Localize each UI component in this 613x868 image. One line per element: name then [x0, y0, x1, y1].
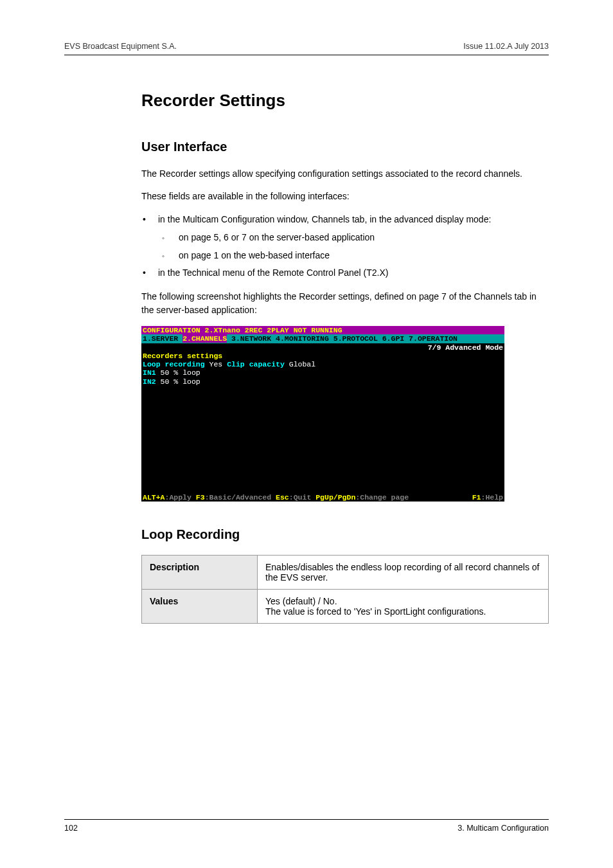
- terminal-value: 50 % loop: [156, 368, 200, 377]
- terminal-action: :Change page: [355, 493, 409, 502]
- terminal-title-bar: CONFIGURATION 2.XTnano 2REC 2PLAY NOT RU…: [141, 326, 504, 334]
- table-cell: Yes (default) / No. The value is forced …: [258, 590, 549, 624]
- terminal-tab: 3.NETWORK 4.MONITORING 5.PROTOCOL 6.GPI …: [227, 334, 458, 343]
- terminal-tab-active: 2.CHANNELS: [182, 334, 227, 343]
- terminal-key: F1: [472, 493, 481, 502]
- terminal-action: :Basic/Advanced: [205, 493, 276, 502]
- terminal-footer: ALT+A:Apply F3:Basic/Advanced Esc:Quit P…: [141, 493, 504, 502]
- terminal-body: Recorders settings Loop recording Yes Cl…: [141, 352, 504, 493]
- terminal-tabs: 1.SERVER 2.CHANNELS 3.NETWORK 4.MONITORI…: [141, 334, 504, 343]
- terminal-tab: 1.SERVER: [143, 334, 182, 343]
- table-header-cell: Values: [142, 590, 258, 624]
- terminal-mode: 7/9 Advanced Mode: [141, 343, 504, 352]
- terminal-value: Global: [285, 360, 315, 368]
- terminal-section-header: Recorders settings: [143, 352, 503, 360]
- terminal-key: ALT+A: [143, 493, 165, 502]
- terminal-key: F3: [196, 493, 205, 502]
- paragraph: These fields are available in the follow…: [141, 190, 549, 203]
- terminal-action: :Apply: [165, 493, 196, 502]
- terminal-row: IN2 50 % loop: [143, 377, 503, 386]
- terminal-value: Yes: [205, 360, 227, 368]
- terminal-label: Clip capacity: [227, 360, 285, 368]
- property-table: Description Enables/disables the endless…: [141, 555, 549, 624]
- table-cell: Enables/disables the endless loop record…: [258, 556, 549, 590]
- page-header: EVS Broadcast Equipment S.A. Issue 11.02…: [64, 42, 549, 55]
- main-content: Recorder Settings User Interface The Rec…: [141, 91, 549, 624]
- terminal-row: Loop recording Yes Clip capacity Global: [143, 360, 503, 368]
- terminal-action: :Quit: [289, 493, 315, 502]
- paragraph: The Recorder settings allow specifying c…: [141, 167, 549, 181]
- list-item: in the Multicam Configuration window, Ch…: [141, 212, 549, 263]
- sub-list: on page 5, 6 or 7 on the server-based ap…: [158, 230, 549, 264]
- bullet-list: in the Multicam Configuration window, Ch…: [141, 212, 549, 281]
- table-row: Description Enables/disables the endless…: [142, 556, 549, 590]
- table-row: Values Yes (default) / No. The value is …: [142, 590, 549, 624]
- section-loop-recording-heading: Loop Recording: [141, 527, 549, 542]
- list-item-text: in the Multicam Configuration window, Ch…: [158, 214, 491, 224]
- page-footer: 102 3. Multicam Configuration: [64, 819, 549, 833]
- terminal-value: 50 % loop: [156, 377, 200, 386]
- section-user-interface-heading: User Interface: [141, 140, 549, 154]
- page-title: Recorder Settings: [141, 91, 549, 111]
- terminal-key: Esc: [276, 493, 289, 502]
- list-item: in the Technical menu of the Remote Cont…: [141, 266, 549, 281]
- table-header-cell: Description: [142, 556, 258, 590]
- page-number: 102: [64, 824, 78, 833]
- list-item: on page 5, 6 or 7 on the server-based ap…: [158, 230, 549, 246]
- terminal-label: Loop recording: [143, 360, 205, 368]
- terminal-key: PgUp/PgDn: [315, 493, 355, 502]
- terminal-screenshot: CONFIGURATION 2.XTnano 2REC 2PLAY NOT RU…: [141, 326, 504, 502]
- header-right: Issue 11.02.A July 2013: [463, 42, 549, 51]
- paragraph: The following screenshot highlights the …: [141, 290, 549, 317]
- terminal-label: IN1: [143, 368, 156, 377]
- terminal-action: :Help: [481, 493, 503, 502]
- terminal-label: IN2: [143, 377, 156, 386]
- list-item: on page 1 on the web-based interface: [158, 248, 549, 264]
- terminal-row: IN1 50 % loop: [143, 368, 503, 377]
- header-left: EVS Broadcast Equipment S.A.: [64, 42, 177, 51]
- footer-section: 3. Multicam Configuration: [458, 824, 549, 833]
